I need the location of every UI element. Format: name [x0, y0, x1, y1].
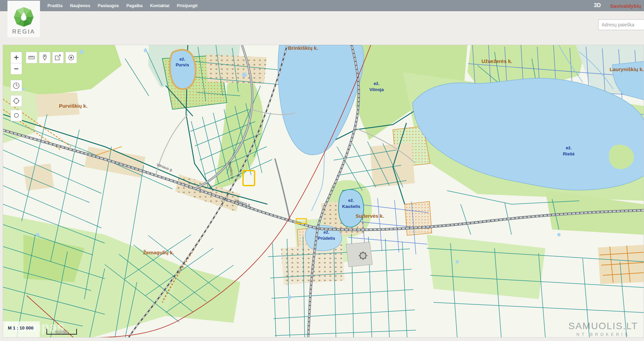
top-navbar: Pradžia Naujienos Paslaugos Pagalba Kont… [0, 0, 644, 11]
crosshair-icon [13, 97, 20, 105]
menu-item-pradzia[interactable]: Pradžia [47, 3, 62, 8]
label-riese: Riešė [563, 151, 575, 156]
label-prudelis: Prūdelis [318, 236, 335, 241]
label-ez-kauselis: ež. [348, 198, 354, 203]
menu-item-pagalba[interactable]: Pagalba [126, 3, 143, 8]
monument-symbol [346, 242, 373, 267]
target-icon [68, 54, 75, 61]
search-input[interactable] [599, 20, 644, 30]
label-uzuezeres: Užuežerės k. [482, 58, 512, 64]
lake-purvis [170, 50, 196, 89]
samuolis-watermark: SAMUOLIS.LT NT BROKERIS [568, 321, 638, 337]
regia-gem-icon [12, 6, 35, 28]
crosshair-button[interactable] [11, 95, 22, 107]
scale-bar-label: 0.2 km [56, 330, 68, 335]
label-purvis: Purvis [176, 62, 189, 67]
share-icon [55, 54, 61, 61]
map-viewport[interactable]: Brinkiškių k. Užuežerės k. Lauryniškių k… [3, 45, 644, 338]
pin-icon [41, 54, 48, 61]
label-kauselis: Kaušelis [342, 204, 360, 209]
label-purviskiu: Purviškių k. [59, 103, 87, 109]
measure-icon [28, 54, 35, 61]
menu-item-kontaktai[interactable]: Kontaktai [150, 3, 169, 8]
history-clock-icon [13, 82, 20, 89]
logo-area[interactable]: REGIA [7, 1, 40, 37]
history-button[interactable] [11, 80, 22, 91]
label-brinkiskiu: Brinkiškių k. [288, 45, 318, 51]
zoom-in-button[interactable]: + [11, 52, 22, 63]
main-menu: Pradžia Naujienos Paslaugos Pagalba Kont… [47, 0, 198, 11]
label-vilnoja: Vilnoja [369, 87, 384, 92]
scale-bar: 0.2 km [46, 329, 77, 335]
plus-icon: + [14, 53, 19, 62]
label-zemaguliu: Žemagulių k. [143, 250, 174, 255]
menu-item-naujienos[interactable]: Naujienos [70, 3, 90, 8]
label-ez-riese: ež. [566, 145, 571, 150]
mode-3d-button[interactable]: 3D [594, 2, 601, 8]
lasso-icon [13, 112, 20, 119]
label-suderves: Sudervės k. [356, 213, 384, 219]
menu-item-prisijungti[interactable]: Prisijungti [177, 3, 198, 8]
share-button[interactable] [52, 52, 64, 63]
target-button[interactable] [65, 52, 77, 63]
label-lauryniskiu: Lauryniškių k. [610, 66, 644, 72]
lasso-button[interactable] [11, 110, 22, 121]
location-pin-button[interactable] [39, 52, 51, 63]
measure-button[interactable] [26, 52, 37, 63]
minus-icon: − [14, 64, 19, 73]
label-ez-vilnoja: ež. [374, 81, 379, 86]
menu-item-paslaugos[interactable]: Paslaugos [98, 3, 119, 8]
label-ez-purvis: ež. [179, 57, 185, 62]
zoom-out-button[interactable]: − [11, 63, 22, 74]
map-canvas: Brinkiškių k. Užuežerės k. Lauryniškių k… [3, 45, 644, 338]
scale-ratio: M 1 : 10 000 [8, 325, 34, 331]
label-ez-prudelis: ež. [323, 230, 329, 235]
brand-name: REGIA [7, 28, 40, 35]
savivaldybiu-link[interactable]: Savivaldybių [610, 3, 641, 9]
address-search [598, 19, 644, 30]
